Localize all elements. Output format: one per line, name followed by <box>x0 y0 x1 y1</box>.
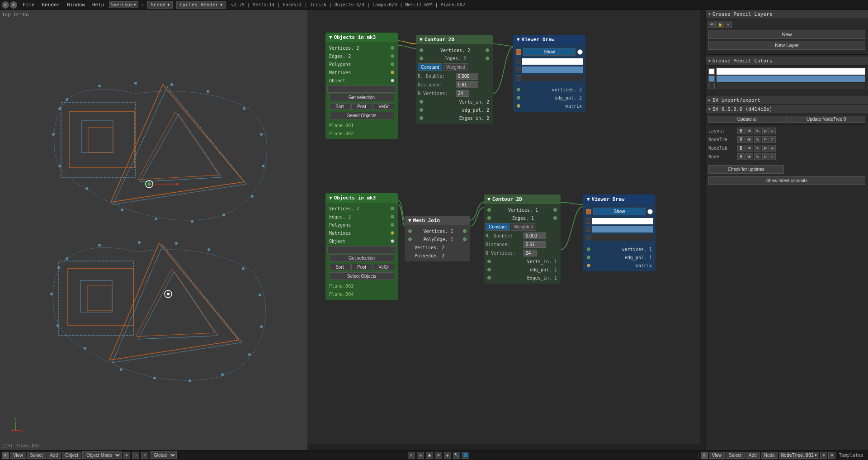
nodetree-edit-btn[interactable]: ✎ <box>754 136 761 143</box>
transform-icon-2[interactable]: ↺ <box>132 452 139 459</box>
menu-help[interactable]: Help <box>89 1 108 9</box>
swatch-bar-2[interactable] <box>717 76 865 82</box>
color-bar-3-top[interactable] <box>522 75 583 81</box>
viewer-show-btn-bottom[interactable]: Show <box>593 208 646 215</box>
node-p-btn[interactable]: P <box>762 153 769 160</box>
new-layer-btn[interactable]: New Layer <box>708 41 865 50</box>
get-selection-btn-bottom[interactable]: Get selection <box>329 254 394 262</box>
layout-f-btn[interactable]: F <box>769 128 776 134</box>
node-editor-bottom-icon[interactable]: ⊟ <box>701 452 708 459</box>
viewport-icon-7[interactable]: 🌐 <box>462 452 469 459</box>
viewport-icon-2[interactable]: ◎ <box>417 452 424 459</box>
sort-btn-bottom[interactable]: Sort <box>329 264 350 270</box>
weighted-btn-bottom[interactable]: Weighted <box>511 223 536 231</box>
nodetab-eye-btn[interactable]: 👁 <box>745 145 753 152</box>
nodetree-selector[interactable]: NodeTree.002 ▼ <box>779 452 819 459</box>
check-updates-btn[interactable]: Check for updates <box>708 165 784 174</box>
viewer-edg-sock-top <box>517 96 520 100</box>
viewport-icon-5[interactable]: ◐ <box>444 452 451 459</box>
add-btn[interactable]: Add <box>47 452 61 459</box>
sv-version-header[interactable]: ▼ SV 0.5.9.6 (d414c2e) <box>706 105 868 114</box>
transform-icon-3[interactable]: ⤢ <box>141 452 148 459</box>
color-bar-1-top[interactable] <box>522 58 583 65</box>
color-bar-1-bottom[interactable] <box>592 218 653 224</box>
viewport-icon-4[interactable]: ⊞ <box>435 452 442 459</box>
node-edit-btn[interactable]: ✎ <box>754 153 761 160</box>
post-btn-bottom[interactable]: Post <box>351 264 373 270</box>
menu-icons: ⊙ ⊞ <box>0 1 19 9</box>
gpl-icon-2[interactable]: 🔒 <box>717 21 724 28</box>
text-input-bottom[interactable] <box>327 246 396 253</box>
grease-pencil-layers-header[interactable]: ▼ Grease Pencil Layers <box>706 10 868 19</box>
sort-btn-top[interactable]: Sort <box>329 103 350 110</box>
constant-btn-bottom[interactable]: Constant <box>486 223 510 231</box>
swatch-bar-3[interactable] <box>717 83 865 89</box>
nodetree-f-btn[interactable]: F <box>769 136 776 143</box>
node-btn-bar[interactable]: Node <box>761 452 778 459</box>
nodetree-p-btn[interactable]: P <box>762 136 769 143</box>
global-select[interactable]: Global <box>150 451 177 459</box>
view-btn[interactable]: View <box>10 452 26 459</box>
viewer-draw-node-bottom: ▼ Viewer Draw Show <box>583 194 656 271</box>
viewport-icon-6[interactable]: 🔦 <box>453 452 460 459</box>
transform-icon-1[interactable]: ⊕ <box>123 452 130 459</box>
distance-input-top[interactable] <box>456 81 478 88</box>
nodetab-f-btn[interactable]: F <box>769 145 776 152</box>
object-btn[interactable]: Object <box>62 452 81 459</box>
update-all-btn[interactable]: Update all <box>708 116 787 123</box>
viewer-show-btn-top[interactable]: Show <box>523 48 576 56</box>
nodetab-edit-btn[interactable]: ✎ <box>754 145 761 152</box>
color-bar-3-bottom[interactable] <box>592 234 653 241</box>
r-double-input-bottom[interactable] <box>524 232 546 239</box>
nodetree-eye-btn[interactable]: 👁 <box>745 136 753 143</box>
swatch-bar-1[interactable] <box>717 68 865 75</box>
node-eye-btn[interactable]: 👁 <box>745 153 753 160</box>
viewport[interactable]: Top Ortho Y X (19) Plane.002 <box>0 10 307 450</box>
r-double-input-top[interactable] <box>456 73 478 80</box>
viewport-icon-1[interactable]: ⊡ <box>408 452 415 459</box>
color-bar-2-top[interactable] <box>522 66 583 73</box>
node-f-btn[interactable]: F <box>769 153 776 160</box>
bottom-editor-icon[interactable]: ⊞ <box>2 452 9 459</box>
select-objects-btn-bottom[interactable]: Select Objects <box>329 272 394 280</box>
select-btn[interactable]: Select <box>27 452 46 459</box>
distance-input-bottom[interactable] <box>524 241 546 248</box>
menu-file[interactable]: File <box>19 1 38 9</box>
menu-window[interactable]: Window <box>63 1 89 9</box>
sv-import-export-header[interactable]: ▶ SV import/export <box>706 96 868 105</box>
mj-vert-in <box>408 229 412 233</box>
grease-pencil-colors-header[interactable]: ▼ Grease Pencil Colors <box>706 57 868 66</box>
gpl-icon-1[interactable]: 👁 <box>708 21 716 28</box>
node-editor-scrollbar-h[interactable] <box>307 445 705 450</box>
color-bar-2-bottom[interactable] <box>592 226 653 232</box>
layout-edit-btn[interactable]: ✎ <box>754 128 761 134</box>
gpl-icon-3[interactable]: ✎ <box>725 21 732 28</box>
select-objects-btn-top[interactable]: Select Objects <box>329 112 394 119</box>
node-editor[interactable]: ▼ Objects in mk3 Vertices. 2 Edges. 2 Po… <box>307 10 705 450</box>
get-selection-btn-top[interactable]: Get selection <box>329 94 394 101</box>
vegr-btn-top[interactable]: VeGr <box>373 103 394 110</box>
mode-select[interactable]: Object Mode <box>82 451 122 459</box>
view2-btn[interactable]: View <box>709 452 725 459</box>
ne-icon-2[interactable]: ⊞ <box>828 452 835 459</box>
node-editor-scrollbar-v[interactable] <box>700 10 705 450</box>
layout-eye-btn[interactable]: 👁 <box>745 128 753 134</box>
post-btn-top[interactable]: Post <box>351 103 373 110</box>
update-nodetree-btn[interactable]: Update NodeTree.0 <box>788 116 866 123</box>
nodetab-p-btn[interactable]: P <box>762 145 769 152</box>
layout-p-btn[interactable]: P <box>762 128 769 134</box>
constant-btn-top[interactable]: Constant <box>418 63 442 71</box>
show-commits-btn[interactable]: Show latest commits <box>708 176 865 185</box>
text-input-top[interactable] <box>327 85 396 93</box>
vegr-btn-bottom[interactable]: VeGr <box>373 264 394 270</box>
editor-type-button[interactable]: Sverchok ▼ <box>109 1 138 8</box>
viewport-icon-3[interactable]: ▣ <box>426 452 433 459</box>
n-vertices-input-bottom[interactable] <box>524 250 537 256</box>
add2-btn[interactable]: Add <box>745 452 760 459</box>
ne-icon-1[interactable]: ⊕ <box>820 452 827 459</box>
weighted-btn-top[interactable]: Weighted <box>443 63 468 71</box>
new-btn[interactable]: New <box>708 30 865 39</box>
select2-btn[interactable]: Select <box>726 452 745 459</box>
n-vertices-input-top[interactable] <box>456 90 469 97</box>
menu-render[interactable]: Render <box>38 1 64 9</box>
